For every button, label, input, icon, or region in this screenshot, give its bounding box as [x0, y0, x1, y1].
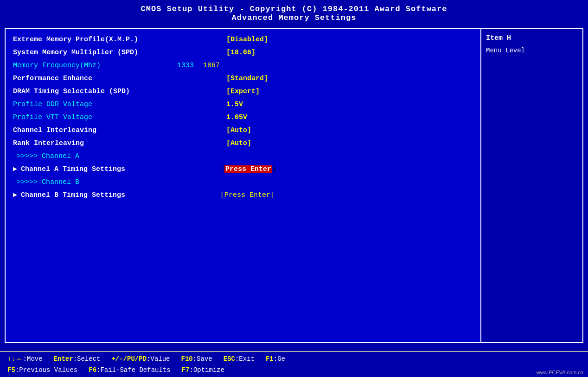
footer-item: +/-/PU/PD:Value [111, 354, 170, 365]
right-panel: Item H Menu Level [481, 28, 583, 343]
setting-row-channel-interleaving[interactable]: Channel Interleaving[Auto] [13, 125, 473, 136]
footer-key: F5 [7, 366, 15, 374]
footer-label: :Select [73, 355, 101, 363]
footer-row-1: ↑↓→←:MoveEnter:Select+/-/PU/PD:ValueF10:… [7, 354, 581, 365]
setting-label-performance-enhance: Performance Enhance [13, 73, 226, 84]
footer-key: F7 [182, 366, 190, 374]
setting-value-extreme-memory-profile: [Disabled] [226, 34, 268, 45]
right-panel-title: Item H [486, 34, 578, 42]
footer-item: F6:Fail-Safe Defaults [89, 365, 170, 376]
footer-item: F10:Save [181, 354, 212, 365]
header-subtitle: Advanced Memory Settings [0, 13, 588, 22]
header-title: CMOS Setup Utility - Copyright (C) 1984-… [0, 5, 588, 13]
footer-label: :Move [23, 355, 43, 363]
footer-item: Enter:Select [54, 354, 101, 365]
setting-label-system-memory-multiplier: System Memory Multiplier (SPD) [13, 47, 226, 58]
footer-label: :Previous Values [15, 366, 77, 374]
footer-key: +/-/PU/PD [111, 355, 147, 363]
left-panel: Extreme Memory Profile(X.M.P.)[Disabled]… [5, 28, 481, 343]
arrow-icon-channel-b-timing: ▶ [13, 190, 17, 201]
setting-value-dram-timing-selectable: [Expert] [226, 86, 260, 97]
setting-label-dram-timing-selectable: DRAM Timing Selectable (SPD) [13, 86, 226, 97]
setting-value-channel-b-timing: [Press Enter] [220, 190, 275, 201]
setting-label-extreme-memory-profile: Extreme Memory Profile(X.M.P.) [13, 34, 226, 45]
footer-label: :Ge [274, 355, 285, 363]
arrow-icon-channel-a-timing: ▶ [13, 164, 17, 175]
setting-value2-memory-frequency: 1867 [203, 60, 220, 71]
footer-key: F10 [181, 355, 193, 363]
footer-item: F7:Optimize [182, 365, 224, 376]
footer-label: :Fail-Safe Defaults [96, 366, 171, 374]
footer: ↑↓→←:MoveEnter:Select+/-/PU/PD:ValueF10:… [0, 351, 588, 377]
setting-row-extreme-memory-profile[interactable]: Extreme Memory Profile(X.M.P.)[Disabled] [13, 34, 473, 45]
press-enter-highlight: Press Enter [224, 165, 272, 173]
setting-value-rank-interleaving: [Auto] [226, 138, 251, 149]
footer-label: :Exit [235, 355, 255, 363]
footer-label: :Optimize [190, 366, 225, 374]
menu-level-label: Menu Level [486, 47, 578, 54]
setting-value-channel-a-timing: [Press Enter] [220, 164, 276, 175]
footer-label: :Save [193, 355, 212, 363]
setting-row-channel-b-timing[interactable]: ▶Channel B Timing Settings[Press Enter] [13, 190, 473, 201]
setting-label-channel-b-timing: Channel B Timing Settings [21, 190, 220, 201]
setting-value-system-memory-multiplier: [18.66] [226, 47, 256, 58]
setting-row-profile-ddr-voltage[interactable]: Profile DDR Voltage1.5V [13, 99, 473, 110]
setting-value-channel-interleaving: [Auto] [226, 125, 251, 136]
setting-label-memory-frequency: Memory Frequency(Mhz) [13, 60, 166, 71]
footer-key: ↑↓→← [7, 355, 23, 363]
setting-row-performance-enhance[interactable]: Performance Enhance[Standard] [13, 73, 473, 84]
header: CMOS Setup Utility - Copyright (C) 1984-… [0, 0, 588, 25]
setting-label-channel-interleaving: Channel Interleaving [13, 125, 226, 136]
setting-value1-memory-frequency: 1333 [166, 60, 203, 71]
setting-label-rank-interleaving: Rank Interleaving [13, 138, 226, 149]
setting-row-system-memory-multiplier[interactable]: System Memory Multiplier (SPD)[18.66] [13, 47, 473, 58]
setting-label-profile-ddr-voltage: Profile DDR Voltage [13, 99, 226, 110]
watermark: www.PCEVA.com.cn [537, 370, 583, 375]
setting-value-profile-vtt-voltage: 1.05V [226, 112, 247, 123]
footer-label: :Value [147, 355, 170, 363]
footer-item: ESC:Exit [224, 354, 255, 365]
footer-key: F6 [89, 366, 96, 374]
setting-row-rank-interleaving[interactable]: Rank Interleaving[Auto] [13, 138, 473, 149]
footer-item: F5:Previous Values [7, 365, 77, 376]
footer-key: Enter [54, 355, 73, 363]
footer-key: ESC [224, 355, 235, 363]
footer-row-2: F5:Previous ValuesF6:Fail-Safe DefaultsF… [7, 365, 581, 376]
setting-label-channel-a-timing: Channel A Timing Settings [21, 164, 220, 175]
footer-key: F1 [266, 355, 274, 363]
setting-row-memory-frequency: Memory Frequency(Mhz)13331867 [13, 60, 473, 71]
setting-label-profile-vtt-voltage: Profile VTT Voltage [13, 112, 226, 123]
setting-row-dram-timing-selectable[interactable]: DRAM Timing Selectable (SPD)[Expert] [13, 86, 473, 97]
separator-channel-a-sep: >>>>> Channel A [13, 151, 473, 162]
setting-value-performance-enhance: [Standard] [226, 73, 268, 84]
setting-row-profile-vtt-voltage[interactable]: Profile VTT Voltage1.05V [13, 112, 473, 123]
main-area: Extreme Memory Profile(X.M.P.)[Disabled]… [5, 28, 583, 343]
setting-row-channel-a-timing[interactable]: ▶Channel A Timing Settings[Press Enter] [13, 164, 473, 175]
footer-item: F1:Ge [266, 354, 285, 365]
setting-value-profile-ddr-voltage: 1.5V [226, 99, 243, 110]
separator-channel-b-sep: >>>>> Channel B [13, 177, 473, 188]
footer-item: ↑↓→←:Move [7, 354, 43, 365]
